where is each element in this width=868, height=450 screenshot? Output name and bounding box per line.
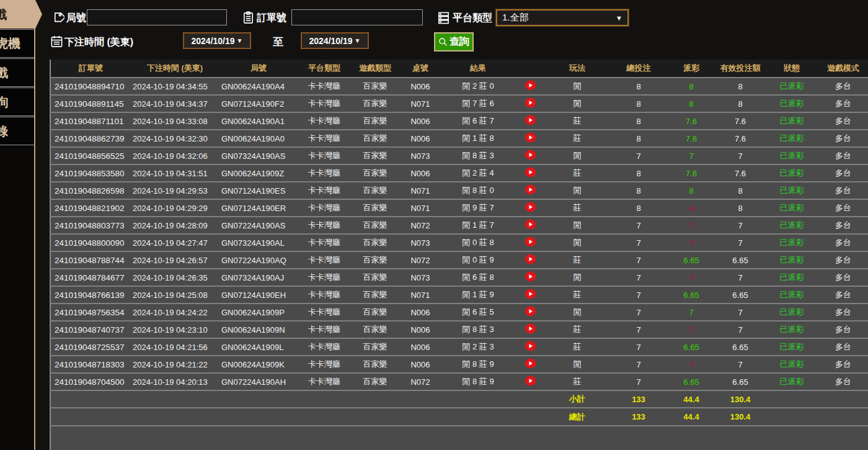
table-row[interactable]: 2410190488911452024-10-19 04:34:37GN0712… — [50, 95, 868, 112]
order-no-label: 訂單號 — [257, 9, 286, 27]
total-payout: 44.4 — [668, 408, 715, 425]
cell-valid-bet: 8 — [715, 182, 766, 199]
replay-play-icon[interactable] — [525, 323, 536, 334]
cell-valid-bet: 7.6 — [715, 164, 766, 182]
sidebar-tab-5[interactable]: 錄 — [0, 117, 34, 145]
cell-game-no: GN00624A1909N — [219, 321, 298, 338]
cell-order-no: 241019048856525 — [50, 147, 131, 164]
date-to-picker[interactable]: 2024/10/19 ▼ — [301, 32, 369, 49]
replay-play-icon[interactable] — [525, 289, 536, 299]
replay-play-icon[interactable] — [525, 80, 536, 91]
search-button[interactable]: 查詢 — [434, 32, 474, 52]
cell-bet-time: 2024-10-19 04:25:08 — [131, 286, 219, 304]
table-row[interactable]: 2410190487183032024-10-19 04:21:22GN0062… — [50, 356, 868, 373]
platform-type-select[interactable]: 1.全部 ▼ — [496, 9, 629, 26]
table-row[interactable]: 2410190487045002024-10-19 04:20:13GN0722… — [50, 373, 868, 390]
table-row[interactable]: 2410190487407372024-10-19 04:23:10GN0062… — [50, 321, 868, 338]
cell-play-method: 莊 — [545, 321, 609, 338]
table-row[interactable]: 2410190488265982024-10-19 04:29:53GN0712… — [50, 182, 868, 199]
table-row[interactable]: 2410190487563542024-10-19 04:24:22GN0062… — [50, 304, 868, 321]
replay-play-icon[interactable] — [525, 132, 536, 143]
cell-game-no: GN00624A1909L — [219, 338, 298, 356]
replay-play-icon[interactable] — [525, 271, 536, 282]
cell-status: 已派彩 — [766, 217, 818, 234]
cell-payout: 6.65 — [668, 286, 715, 304]
cell-result: 閒 6 莊 8 — [441, 269, 515, 286]
table-row[interactable]: 2410190488627392024-10-19 04:32:30GN0062… — [50, 130, 868, 147]
cell-valid-bet: 7 — [715, 304, 766, 321]
total-valid-bet: 130.4 — [715, 408, 766, 425]
cell-replay — [515, 147, 545, 164]
replay-play-icon[interactable] — [525, 219, 536, 230]
cell-game-type: 百家樂 — [350, 269, 400, 286]
replay-play-icon[interactable] — [525, 376, 536, 386]
cell-game-mode: 多台 — [818, 147, 868, 164]
cell-payout: 8 — [668, 78, 715, 95]
table-row[interactable]: 2410190487887442024-10-19 04:26:57GN0722… — [50, 251, 868, 269]
table-row[interactable]: 2410190488711012024-10-19 04:33:08GN0062… — [50, 112, 868, 130]
replay-play-icon[interactable] — [525, 254, 536, 264]
header-bet-time: 下注時間 (美東) — [131, 60, 219, 78]
game-no-input[interactable] — [87, 9, 227, 25]
cell-status: 已派彩 — [766, 356, 818, 373]
table-row[interactable]: 2410190488000902024-10-19 04:27:47GN0732… — [50, 234, 868, 251]
replay-play-icon[interactable] — [525, 358, 536, 369]
cell-game-type: 百家樂 — [350, 147, 400, 164]
date-to-value: 2024/10/19 — [309, 36, 353, 46]
platform-type-value: 1.全部 — [502, 12, 529, 24]
replay-play-icon[interactable] — [525, 184, 536, 195]
cell-bet-time: 2024-10-19 04:26:57 — [131, 251, 219, 269]
cell-play-method: 閒 — [545, 304, 609, 321]
cell-valid-bet: 8 — [715, 95, 766, 112]
cell-status: 已派彩 — [766, 269, 818, 286]
cell-result: 閒 1 莊 9 — [441, 286, 515, 304]
cell-valid-bet: 7 — [715, 269, 766, 286]
replay-play-icon[interactable] — [525, 150, 536, 160]
table-row[interactable]: 2410190487846772024-10-19 04:26:35GN0732… — [50, 269, 868, 286]
replay-play-icon[interactable] — [525, 306, 536, 317]
table-row[interactable]: 2410190488565252024-10-19 04:32:06GN0732… — [50, 147, 868, 164]
cell-payout: 6.65 — [668, 373, 715, 390]
cell-game-mode: 多台 — [818, 130, 868, 147]
cell-replay — [515, 269, 545, 286]
subtotal-label: 小計 — [545, 390, 609, 408]
replay-play-icon[interactable] — [525, 167, 536, 178]
cell-order-no: 241019048784677 — [50, 269, 131, 286]
cell-game-type: 百家樂 — [350, 95, 400, 112]
cell-order-no: 241019048891145 — [50, 95, 131, 112]
cell-game-no: GN07224A190AS — [219, 217, 298, 234]
cell-game-no: GN07224A190AH — [219, 373, 298, 390]
table-row[interactable]: 2410190488535802024-10-19 04:31:51GN0062… — [50, 164, 868, 182]
table-row[interactable]: 2410190487661392024-10-19 04:25:08GN0712… — [50, 286, 868, 304]
date-from-picker[interactable]: 2024/10/19 ▼ — [183, 32, 251, 49]
header-result: 結果 — [441, 60, 515, 78]
replay-play-icon[interactable] — [525, 236, 536, 247]
replay-play-icon[interactable] — [525, 97, 536, 108]
cell-result: 閒 8 莊 3 — [441, 147, 515, 164]
sidebar-tab-2[interactable]: 虎機 — [0, 29, 34, 58]
replay-play-icon[interactable] — [525, 115, 536, 125]
cell-game-no: GN00624A1909Z — [219, 164, 298, 182]
header-status: 狀態 — [766, 60, 818, 78]
cell-order-no: 241019048853580 — [50, 164, 131, 182]
cell-order-no: 241019048788744 — [50, 251, 131, 269]
sidebar-tab-1[interactable]: 戲 — [0, 0, 42, 29]
sidebar-tab-3[interactable]: 戲 — [0, 58, 34, 87]
table-row[interactable]: 2410190488947102024-10-19 04:34:55GN0062… — [50, 78, 868, 95]
cell-bet-time: 2024-10-19 04:28:09 — [131, 217, 219, 234]
sidebar-tab-4[interactable]: 詢 — [0, 88, 34, 116]
replay-play-icon[interactable] — [525, 341, 536, 351]
cell-status: 已派彩 — [766, 130, 818, 147]
cell-game-no: GN07224A190AQ — [219, 251, 298, 269]
cell-order-no: 241019048740737 — [50, 321, 131, 338]
cell-bet-time: 2024-10-19 04:34:37 — [131, 95, 219, 112]
table-row[interactable]: 2410190488037732024-10-19 04:28:09GN0722… — [50, 217, 868, 234]
cell-bet-time: 2024-10-19 04:34:55 — [131, 78, 219, 95]
cell-game-type: 百家樂 — [350, 199, 400, 217]
cell-payout: -7 — [668, 234, 715, 251]
table-row[interactable]: 2410190487255372024-10-19 04:21:56GN0062… — [50, 338, 868, 356]
table-row[interactable]: 2410190488219022024-10-19 04:29:29GN0712… — [50, 199, 868, 217]
order-no-input[interactable] — [291, 9, 423, 25]
replay-play-icon[interactable] — [525, 202, 536, 212]
bet-records-table: 訂單號 下注時間 (美東) 局號 平台類型 遊戲類型 桌號 結果 玩法 總投注 … — [50, 60, 868, 425]
